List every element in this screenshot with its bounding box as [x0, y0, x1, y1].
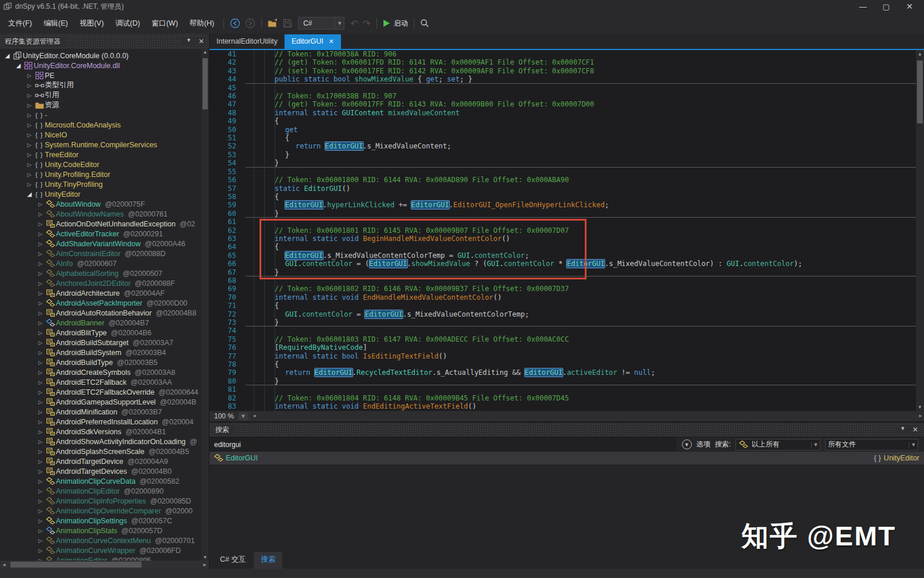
- navigate-back-button[interactable]: [230, 18, 240, 29]
- tree-item[interactable]: ▷AndroidMinification@020003B7: [0, 407, 209, 417]
- code-line[interactable]: 74: [209, 327, 924, 335]
- maximize-button[interactable]: ▢: [882, 2, 890, 11]
- chevron-down-icon[interactable]: ▼: [239, 412, 248, 420]
- panel-menu-chevron-icon[interactable]: ▼: [900, 425, 905, 434]
- collapsed-arrow-icon[interactable]: ▷: [36, 350, 45, 356]
- collapsed-arrow-icon[interactable]: ▷: [36, 488, 45, 494]
- tree-vertical-scrollbar[interactable]: ▲ ▼: [201, 49, 209, 561]
- code-line[interactable]: 45: [209, 84, 924, 92]
- tree-item[interactable]: ▷AnimationCurveWrapper@020006FD: [0, 545, 209, 555]
- code-line[interactable]: 79return EditorGUI.RecycledTextEditor.s_…: [209, 368, 924, 377]
- scroll-left-icon[interactable]: ◄: [252, 411, 257, 421]
- code-line[interactable]: 80}: [209, 377, 924, 385]
- scroll-down-icon[interactable]: ▼: [916, 405, 924, 410]
- scroll-up-icon[interactable]: ▲: [916, 51, 924, 56]
- collapsed-arrow-icon[interactable]: ▷: [25, 182, 34, 187]
- tree-item[interactable]: ▷AndroidBuildType@020003B5: [0, 357, 209, 367]
- tree-item[interactable]: ▷AnimationCurveContextMenu@02000701: [0, 536, 209, 545]
- open-file-button[interactable]: [268, 19, 278, 28]
- tree-scrollbar-thumb[interactable]: [202, 58, 208, 109]
- menu-item-2[interactable]: 视图(V): [74, 16, 110, 31]
- code-line[interactable]: 78{: [209, 360, 924, 368]
- tree-item[interactable]: ▷AnimationClipSettings@0200057C: [0, 516, 209, 526]
- code-line[interactable]: 81: [209, 385, 924, 393]
- tree-item[interactable]: ◢UnityEditor.CoreModule (0.0.0.0): [0, 51, 209, 61]
- collapsed-arrow-icon[interactable]: ▷: [36, 449, 45, 455]
- collapsed-arrow-icon[interactable]: ▷: [36, 201, 45, 207]
- code-line[interactable]: 82// Token: 0x06001804 RID: 6148 RVA: 0x…: [209, 394, 924, 402]
- tool-tab-1[interactable]: 搜索: [254, 552, 282, 569]
- tree-item[interactable]: ▷AndroidCreateSymbols@020003A8: [0, 367, 209, 377]
- collapsed-arrow-icon[interactable]: ▷: [36, 300, 45, 306]
- tree-item[interactable]: ▷{ }Unity.TinyProfiling: [0, 179, 209, 189]
- code-line[interactable]: 55: [209, 168, 924, 176]
- collapsed-arrow-icon[interactable]: ▷: [36, 370, 45, 375]
- tree-item[interactable]: ▷AboutWindowNames@02000761: [0, 209, 209, 219]
- code-line[interactable]: 66GUI.contentColor = (EditorGUI.showMixe…: [209, 260, 924, 268]
- collapsed-arrow-icon[interactable]: ▷: [36, 389, 45, 395]
- tree-item[interactable]: ▷资源: [0, 100, 209, 110]
- editorgui-reference-highlight[interactable]: EditorGUI: [411, 201, 449, 209]
- menu-item-1[interactable]: 编辑(E): [38, 16, 74, 31]
- navigate-forward-button[interactable]: [245, 18, 255, 29]
- minimize-button[interactable]: —: [859, 2, 867, 11]
- collapsed-arrow-icon[interactable]: ▷: [36, 528, 45, 534]
- tree-item[interactable]: ◢{ }UnityEditor: [0, 189, 209, 199]
- save-button[interactable]: [283, 19, 292, 28]
- editor-scrollbar-thumb[interactable]: [917, 61, 923, 123]
- collapsed-arrow-icon[interactable]: ▷: [36, 211, 45, 217]
- code-line[interactable]: 64{: [209, 243, 924, 251]
- code-line[interactable]: 52return EditorGUI.s_MixedValueContent;: [209, 142, 924, 150]
- panel-close-icon[interactable]: ✕: [912, 425, 918, 434]
- tree-item[interactable]: ▷AddShaderVariantWindow@02000A46: [0, 239, 209, 249]
- collapsed-arrow-icon[interactable]: ▷: [36, 380, 45, 385]
- tree-item[interactable]: ▷{ }Microsoft.CodeAnalysis: [0, 120, 209, 130]
- undo-button[interactable]: ↶: [350, 18, 358, 29]
- tree-item[interactable]: ▷AboutWindow@0200075F: [0, 199, 209, 209]
- code-line[interactable]: 50get: [209, 126, 924, 134]
- code-line[interactable]: 57static EditorGUI(): [209, 185, 924, 193]
- code-line[interactable]: 53}: [209, 151, 924, 159]
- tree-item[interactable]: ▷AndroidBanner@020004B7: [0, 318, 209, 328]
- redo-button[interactable]: ↷: [363, 18, 371, 29]
- tree-item[interactable]: ▷AndroidAutoRotationBehavior@020004B8: [0, 308, 209, 318]
- code-line[interactable]: 83internal static void EndEditingActiveT…: [209, 402, 924, 410]
- collapsed-arrow-icon[interactable]: ▷: [25, 102, 34, 108]
- tree-item[interactable]: ▷PE: [0, 70, 209, 80]
- search-result-row[interactable]: EditorGUI { } UnityEditor: [209, 452, 924, 464]
- collapsed-arrow-icon[interactable]: ▷: [36, 221, 45, 227]
- tree-hscrollbar-thumb[interactable]: [10, 562, 141, 568]
- collapsed-arrow-icon[interactable]: ▷: [36, 459, 45, 464]
- collapsed-arrow-icon[interactable]: ▷: [36, 281, 45, 286]
- menu-item-3[interactable]: 调试(D): [109, 16, 145, 31]
- collapsed-arrow-icon[interactable]: ▷: [36, 231, 45, 237]
- code-line[interactable]: 41// Token: 0x1700038A RID: 906: [209, 50, 924, 58]
- options-expander-icon[interactable]: ▼: [682, 439, 692, 449]
- code-line[interactable]: 68: [209, 276, 924, 285]
- tree-item[interactable]: ▷{ }NiceIO: [0, 130, 209, 140]
- editor-horizontal-scrollbar[interactable]: ◄ ►: [250, 411, 924, 421]
- chevron-down-icon[interactable]: ▼: [335, 17, 344, 29]
- collapsed-arrow-icon[interactable]: ▷: [36, 340, 45, 346]
- tree-item[interactable]: ▷类型引用: [0, 80, 209, 90]
- collapsed-arrow-icon[interactable]: ▷: [36, 241, 45, 247]
- code-line[interactable]: 49{: [209, 117, 924, 125]
- tree-item[interactable]: ▷AndroidTargetDevice@020004A9: [0, 456, 209, 466]
- tree-item[interactable]: ▷AnimationClipEditor@02000890: [0, 486, 209, 496]
- tree-item[interactable]: ▷AndroidSdkVersions@020004B1: [0, 427, 209, 437]
- search-assemblies-button[interactable]: [420, 19, 429, 28]
- code-editor[interactable]: 41// Token: 0x1700038A RID: 90642// (get…: [209, 50, 924, 411]
- tree-item[interactable]: ▷引用: [0, 90, 209, 100]
- tree-item[interactable]: ▷{ }System.Runtime.CompilerServices: [0, 140, 209, 150]
- scroll-right-icon[interactable]: ►: [201, 562, 209, 568]
- collapsed-arrow-icon[interactable]: ▷: [36, 439, 45, 445]
- collapsed-arrow-icon[interactable]: ▷: [36, 320, 45, 326]
- collapsed-arrow-icon[interactable]: ▷: [36, 538, 45, 544]
- code-line[interactable]: 77internal static bool IsEditingTextFiel…: [209, 352, 924, 360]
- editorgui-reference-highlight[interactable]: EditorGUI: [285, 251, 323, 260]
- tree-item[interactable]: ▷AndroidETC2FallbackOverride@02000644: [0, 387, 209, 397]
- tree-item[interactable]: ▷AndroidETC2Fallback@020003AA: [0, 377, 209, 387]
- tree-item[interactable]: ▷AnchoredJoint2DEditor@0200088F: [0, 278, 209, 288]
- collapsed-arrow-icon[interactable]: ▷: [25, 73, 34, 79]
- collapsed-arrow-icon[interactable]: ▷: [36, 419, 45, 425]
